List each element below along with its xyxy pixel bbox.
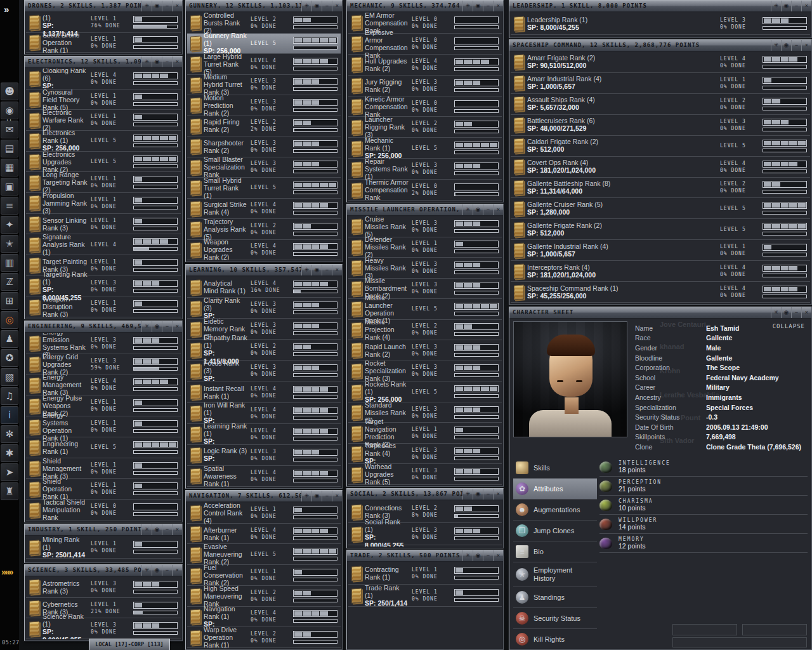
skill-row[interactable]: Afterburner Rank (1)LEVEL 40% DONE [187,524,341,545]
skill-row[interactable]: Tactical Shield Manipulation RankLEVEL 0… [26,500,181,521]
tab-attributes[interactable]: ✿Attributes [513,479,597,500]
skill-row[interactable]: Covert Ops Rank (4)SP: 181,020/1,024,000… [511,157,810,178]
skill-row[interactable]: Motion Prediction Rank (2)LEVEL 30% DONE [187,95,341,116]
window-close-button[interactable]: × [172,565,182,576]
window-settings-button[interactable]: ◉ [473,550,483,561]
window-minimize-button[interactable]: − [791,307,801,318]
window-close-button[interactable]: × [172,1,182,11]
window-pin-button[interactable]: ✳ [462,550,473,561]
window-minimize-button[interactable]: − [791,40,801,51]
window-pin-button[interactable]: ✳ [462,1,473,11]
skill-row[interactable]: Launcher Rigging Rank (3)LEVEL 20% DONE [348,117,502,138]
skill-row[interactable]: Long Range Targeting Rank (2)LEVEL 10% D… [26,172,181,193]
window-pin-button[interactable]: ✳ [771,307,781,318]
ship-hangar-icon[interactable]: ▣ [1,178,18,196]
window-settings-button[interactable]: ◉ [152,56,162,67]
window-close-button[interactable]: × [493,1,503,11]
skill-row[interactable]: Trade Rank (1)SP: 250/1,414LEVEL 10% DON… [348,585,502,607]
skill-row[interactable]: Electronics Rank (1)SP: 256,000LEVEL 5 [26,131,181,152]
skill-row[interactable]: Analytical Mind Rank (1)LEVEL 416% DONE [187,277,341,298]
skill-row[interactable]: Shield Management Rank (3)LEVEL 10% DONE [26,458,181,479]
skill-row[interactable]: Evasive Maneuvering Rank (2)LEVEL 5 [187,544,341,565]
tutorial-icon[interactable]: i [1,406,18,424]
skill-row[interactable]: Controlled Bursts Rank (2)LEVEL 20% DONE [187,13,341,34]
skill-row[interactable]: Shield Operation Rank (1)LEVEL 10% DONE [26,479,181,500]
skill-row[interactable]: Energy Grid Upgrades Rank (2)LEVEL 359% … [26,354,181,375]
window-pin-button[interactable]: ✳ [771,1,781,11]
skill-row[interactable]: Battlecruisers Rank (6)SP: 48,000/271,52… [511,115,810,136]
window-close-button[interactable]: × [801,1,811,11]
browser-icon[interactable]: ✪ [1,349,18,367]
calculator-icon[interactable]: ⊞ [1,292,18,310]
skill-row[interactable]: Small Hybrid Turret Rank (1)LEVEL 5 [187,178,341,199]
window-settings-button[interactable]: ◉ [473,489,483,500]
skill-row[interactable]: Social Rank (1)SP: 8,000/45,255LEVEL 30%… [348,523,502,545]
fleet-icon[interactable]: ✼ [1,425,18,443]
skill-row[interactable]: Clarity Rank (3)SP:LEVEL 30% DONE [187,298,341,319]
window-pin-button[interactable]: ✳ [301,491,311,501]
skill-row[interactable]: Jury Rigging Rank (2)LEVEL 30% DONE [348,76,502,96]
window-minimize-button[interactable]: − [483,1,493,11]
window-titlebar[interactable]: ENGINEERING, 9 SKILLS, 469,511 POINTS✳◉−… [25,321,182,333]
skill-row[interactable]: Thermic Armor Compensation RankLEVEL 02%… [348,180,502,201]
window-minimize-button[interactable]: − [162,321,172,332]
expand-neocom-icon[interactable]: » [4,4,9,15]
window-titlebar[interactable]: NAVIGATION, 7 SKILLS, 612,508 POINTS✳◉−× [186,491,342,502]
window-pin-button[interactable]: ✳ [141,524,152,535]
window-minimize-button[interactable]: − [483,204,493,215]
window-minimize-button[interactable]: − [322,265,332,275]
news-icon[interactable]: ≡ [1,197,18,215]
tab-kill-rights[interactable]: ◎Kill Rights [513,629,597,648]
skill-row[interactable]: Contracting Rank (1)LEVEL 10% DONE [348,562,502,585]
window-minimize-button[interactable]: − [322,1,332,11]
skill-row[interactable]: High Speed Maneuvering RankLEVEL 20% DON… [187,586,341,607]
channels-icon[interactable]: ♟ [1,330,18,348]
corporation-icon[interactable]: ✱ [1,444,18,462]
skill-row[interactable]: Scout Drone Operation Rank (1)LEVEL 10% … [26,33,181,53]
window-close-button[interactable]: × [332,1,342,11]
window-titlebar[interactable]: DRONES, 2 SKILLS, 1,387 POINTS✳◉−× [25,1,182,12]
skill-row[interactable]: Cynosural Field Theory Rank (5)LEVEL 10%… [26,90,181,110]
items-vault-icon[interactable]: ▥ [1,254,18,272]
skill-row[interactable]: Surgical Strike Rank (4)LEVEL 40% DONE [187,199,341,220]
skill-row[interactable]: Warp Drive Operation Rank (1)LEVEL 20% D… [187,627,341,648]
skill-row[interactable]: Leadership Rank (1)SP: 8,000/45,255LEVEL… [511,13,810,35]
window-pin-button[interactable]: ✳ [301,1,311,11]
skill-row[interactable]: Gunnery Rank (1)SP: 256,000LEVEL 5 [187,34,341,55]
tab-augmentations[interactable]: ☻Augmentations [513,500,597,521]
skill-row[interactable]: Signature Analysis Rank (1)LEVEL 4 [26,234,181,255]
skill-row[interactable]: Defender Missiles Rank (2)LEVEL 10% DONE [348,237,502,258]
logs-icon[interactable]: ▧ [1,368,18,386]
tab-employment-history[interactable]: ✭Employment History [513,562,597,587]
window-pin-button[interactable]: ✳ [301,265,311,275]
window-minimize-button[interactable]: − [162,565,172,576]
character-sheet-icon[interactable]: ☻ [1,83,18,100]
skill-row[interactable]: Kinetic Armor Compensation RankLEVEL 00%… [348,96,502,117]
window-settings-button[interactable]: ◉ [152,524,162,535]
skill-row[interactable]: Heavy Missiles Rank (3)LEVEL 30% DONE [348,258,502,279]
skill-row[interactable]: Weapon Upgrades Rank (2)LEVEL 40% DONE [187,240,341,261]
window-close-button[interactable]: × [493,489,503,500]
window-settings-button[interactable]: ◉ [152,565,162,576]
window-titlebar[interactable]: GUNNERY, 12 SKILLS, 1,103,111 POINTS✳◉−× [186,1,342,12]
skill-row[interactable]: Energy Management Rank (3)LEVEL 40% DONE [26,375,181,396]
window-titlebar[interactable]: MISSILE LAUNCHER OPERATION, 13 SKILLS✳◉−… [347,204,503,216]
skill-row[interactable]: Fuel Conservation Rank (2)LEVEL 10% DONE [187,565,341,586]
skill-row[interactable]: Electronics Upgrades Rank (2)LEVEL 5 [26,152,181,173]
industry-icon[interactable]: ♜ [1,482,18,500]
wallet-icon[interactable]: ℤ [1,273,18,291]
skill-row[interactable]: Rapid Firing Rank (2)LEVEL 22% DONE [187,116,341,137]
assets-icon[interactable]: ▦ [1,159,18,176]
window-settings-button[interactable]: ◉ [311,491,322,501]
window-settings-button[interactable]: ◉ [473,1,483,11]
skill-row[interactable]: Empathy Rank (1)SP: 1,415/8,000LEVEL 20%… [187,340,341,361]
skill-row[interactable]: Spaceship Command Rank (1)SP: 45,255/256… [511,282,810,303]
window-close-button[interactable]: × [801,40,811,51]
window-close-button[interactable]: × [493,550,503,561]
map-icon[interactable]: ✦ [1,216,18,234]
window-close-button[interactable]: × [172,56,182,67]
window-settings-button[interactable]: ◉ [473,204,483,215]
window-pin-button[interactable]: ✳ [141,321,152,332]
ship-icon[interactable]: ➤ [1,463,18,481]
skill-row[interactable]: Gallente Frigate Rank (2)SP: 512,000LEVE… [511,219,810,240]
